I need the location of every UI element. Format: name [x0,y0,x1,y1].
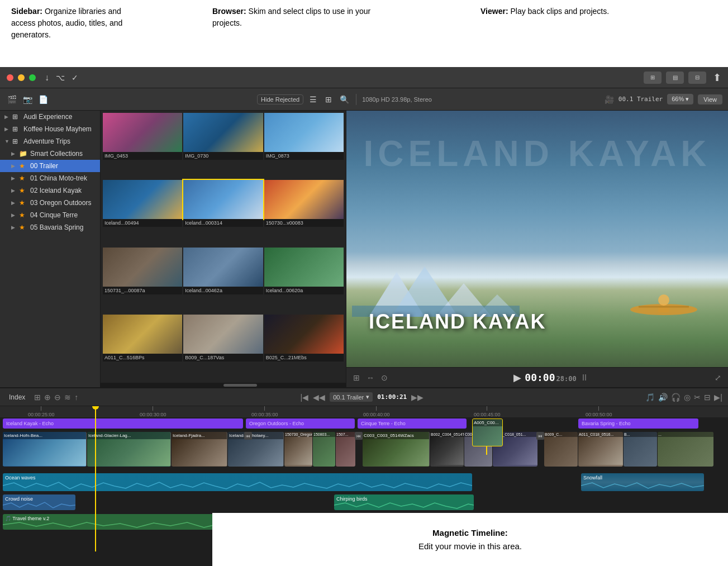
color-icon[interactable]: ⊙ [381,373,388,382]
clip-item[interactable]: 150730...v00083 [264,180,344,246]
grid-view-icon[interactable]: ⊞ [322,93,335,106]
layout-btn-1[interactable]: ⊞ [644,72,662,84]
clip-item[interactable]: IMG_0730 [183,113,263,179]
echo-clip[interactable]: Cinque Terre - Echo [358,418,467,429]
sidebar-item-china[interactable]: ▶ ★ 01 China Moto-trek [0,172,100,184]
clip-label: B009_C...187Vas [183,354,263,362]
clip-item[interactable]: B009_C...187Vas [183,315,263,380]
sidebar-item-adventure[interactable]: ▼ ⊞ Adventure Trips [0,135,100,148]
video-clip[interactable]: Iceland-Dyrholaey... [228,432,284,467]
project-icon: ★ [19,223,28,231]
echo-clip[interactable]: Oregon Outdoors - Echo [246,418,355,429]
crop-icon[interactable]: ⊞ [353,373,360,382]
zoom-in-icon[interactable]: ⊕ [44,393,51,402]
audio-clip-birds[interactable]: Chirping birds [334,494,474,510]
timecode-display: 00:0028:00 [525,372,576,383]
play-icon[interactable]: ▶ [513,372,521,384]
video-clip[interactable]: B009_C... [544,432,578,467]
timeline-toolbar: Index ⊞ ⊕ ⊖ ≋ ↑ |◀ ◀◀ 00.1 Trailer ▾ 01:… [0,388,728,406]
video-clip[interactable]: C003_C003_0514WZacs [363,432,430,467]
zoom-out-icon[interactable]: ⊖ [54,393,61,402]
clip-appearance-icon[interactable]: ⊞ [34,393,41,402]
audio-clip-crowd[interactable]: Crowd noise [3,494,75,510]
audio-icon[interactable]: 🎵 [645,393,655,402]
sidebar-item-koffee[interactable]: ▶ ⊞ Koffee House Mayhem [0,123,100,135]
audio-clip-snowfall[interactable]: Snowfall [581,473,704,491]
import-icon[interactable]: ↓ [45,73,49,83]
audio-track-2: Crowd noise Chirping birds [0,493,728,512]
clip-item[interactable]: Iceland...00494 [103,180,182,246]
connected-clip[interactable]: A005_C00... [472,418,503,446]
hide-rejected-button[interactable]: Hide Rejected [257,94,303,104]
solo-icon[interactable]: ◎ [684,393,691,402]
project-dropdown[interactable]: 00.1 Trailer ▾ [330,392,373,402]
layout-btn-3[interactable]: ⊟ [688,72,706,84]
connection-icon[interactable]: ↑ [74,393,78,402]
prev-icon[interactable]: ◀◀ [313,393,325,402]
clip-item[interactable]: Iceland...00620a [264,248,344,313]
close-button[interactable] [7,74,13,81]
project-icon: ★ [19,199,28,207]
minimize-button[interactable] [18,74,25,81]
list-view-icon[interactable]: ☰ [307,93,319,106]
clip-item[interactable]: IMG_0873 [264,113,344,179]
sidebar-item-cinque[interactable]: ▶ ★ 04 Cinque Terre [0,209,100,221]
key-icon[interactable]: ⌥ [56,73,65,82]
clip-item[interactable]: 150731_...00087a [103,248,182,313]
collapse-arrow: ▶ [11,200,17,206]
audio-clip-ocean[interactable]: Ocean waves [3,473,472,491]
clip-label: C003_C003_0514WZacs [363,432,429,439]
waveform-svg [334,501,474,509]
video-clip[interactable]: 1507... [336,432,355,467]
echo-clip[interactable]: Iceland Kayak - Echo [3,418,243,429]
index-button[interactable]: Index [6,392,28,402]
sidebar-item-iceland[interactable]: ▶ ★ 02 Iceland Kayak [0,184,100,197]
layout-btn-2[interactable]: ▤ [666,72,684,84]
video-clip[interactable]: B002_C004_0514T... [430,432,464,467]
zoom-dropdown[interactable]: 66% ▾ [667,94,693,104]
share-icon[interactable]: ⬆ [713,72,721,84]
video-clip[interactable]: ... [658,432,713,467]
video-clip[interactable]: B... [624,432,657,467]
go-start-icon[interactable]: |◀ [301,393,309,402]
video-clip[interactable]: 150803... [313,432,335,467]
view-button[interactable]: View [698,94,722,104]
sidebar-item-label: Adventure Trips [23,137,70,145]
search-icon[interactable]: 🔍 [338,93,350,106]
waveform-icon[interactable]: ≋ [64,393,71,402]
app-window: ↓ ⌥ ✓ ⊞ ▤ ⊟ ⬆ 🎬 📷 📄 Hide Rejected ☰ ⊞ 🔍 … [0,67,728,566]
headphone-icon[interactable]: 🎧 [671,393,681,402]
transform-icon[interactable]: ↔ [367,373,374,382]
fullscreen-button[interactable] [29,74,36,81]
sidebar-item-audi[interactable]: ▶ ⊞ Audi Experience [0,111,100,123]
video-clip[interactable]: Iceland-Fjadra... [172,432,227,467]
pause-icon[interactable]: ⏸ [580,373,589,383]
collapse-arrow: ▶ [4,114,10,120]
clip-item[interactable]: A011_C...516BPs [103,315,182,380]
clip-item[interactable]: B025_C...21MEbs [264,315,344,380]
go-end-icon[interactable]: ▶| [714,393,722,402]
sidebar-item-oregon[interactable]: ▶ ★ 03 Oregon Outdoors [0,197,100,209]
sidebar-item-bavaria[interactable]: ▶ ★ 05 Bavaria Spring [0,221,100,234]
sidebar-item-smart[interactable]: ▶ 📁 Smart Collections [0,148,100,160]
clip-item[interactable]: Iceland...00462a [183,248,263,313]
check-icon[interactable]: ✓ [72,73,78,82]
clip-label: 150731_...00087a [103,287,182,294]
clip-item-selected[interactable]: Iceland...000314 [183,180,263,246]
titles-icon[interactable]: 📄 [37,93,49,106]
edit-icon[interactable]: ✂ [694,393,701,402]
video-clip[interactable]: A011_C018_0516... [578,432,623,467]
video-clip[interactable]: 150730_Oregon_Sur... [284,432,312,467]
video-clip[interactable]: Iceland-Hofn-Bea... [3,432,87,467]
echo-clip[interactable]: Bavaria Spring - Echo [578,418,698,429]
clip-item[interactable]: IMG_0453 [103,113,182,179]
layout-icon[interactable]: ⊟ [704,393,711,402]
video-clip[interactable]: Iceland-Glacier-Lag... [87,432,171,467]
libraries-icon[interactable]: 🎬 [6,93,18,106]
sidebar-item-trailer[interactable]: ▶ ★ 00 Trailer [0,160,100,172]
volume-icon[interactable]: 🔊 [658,393,668,402]
next-icon[interactable]: ▶▶ [411,393,424,402]
fullscreen-icon[interactable]: ⤢ [715,373,721,382]
clip-label: Iceland-Dyrholaey... [228,432,283,439]
photos-icon[interactable]: 📷 [21,93,34,106]
